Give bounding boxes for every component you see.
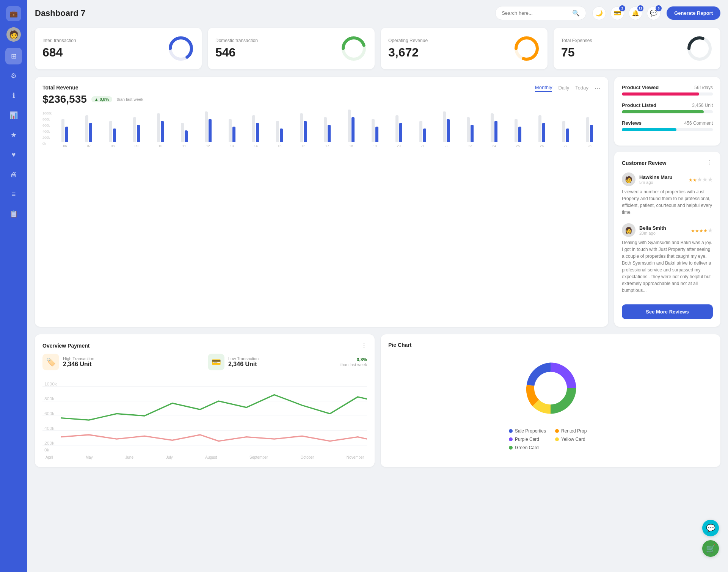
sidebar-item-reports[interactable]: 📋 (5, 205, 22, 222)
notification-badge: 12 (637, 5, 643, 11)
legend-dot-2 (509, 437, 513, 441)
sidebar-item-wishlist[interactable]: ♥ (5, 146, 22, 163)
revenue-header: Total Revenue MonthlyDailyToday⋯ (42, 85, 601, 92)
pie-chart-card: Pie Chart Sale Properties Rented (381, 334, 720, 467)
sidebar-item-dashboard[interactable]: ⊞ (5, 48, 22, 64)
bar-group-17: 23 (459, 108, 482, 148)
x-label-july: July (166, 455, 173, 459)
revenue-more-icon[interactable]: ⋯ (595, 85, 601, 92)
stat-row-0: Product Viewed 561/days (622, 85, 713, 96)
stat-info-0: Inter. transaction 684 (42, 38, 168, 60)
bar-group-9: 15 (268, 108, 291, 148)
x-label-september: September (249, 455, 268, 459)
wallet-btn[interactable]: 💳 2 (610, 6, 624, 20)
svg-text:600k: 600k (44, 411, 55, 415)
legend-item-1: Rented Prop (555, 428, 592, 434)
revenue-tab-monthly[interactable]: Monthly (535, 85, 552, 92)
revenue-tab-daily[interactable]: Daily (558, 85, 569, 91)
payment-stats: 🏷️ High Transaction 2,346 Unit 💳 Low Tra… (42, 354, 367, 370)
reviewer-meta-1: Bella Smith 20m ago (639, 225, 687, 235)
reviewer-avatar-0: 🧑 (622, 172, 635, 186)
reviewer-meta-0: Hawkins Maru 5m ago (639, 174, 685, 185)
right-column: Product Viewed 561/days Product Listed 3… (614, 77, 720, 327)
donut-1 (340, 35, 367, 62)
review-title: Customer Review (622, 160, 666, 166)
content-area: Total Revenue MonthlyDailyToday⋯ $236,53… (35, 77, 720, 327)
legend-label-0: Sale Properties (515, 428, 546, 434)
support-float-btn[interactable]: 💬 (702, 520, 719, 536)
legend-dot-4 (509, 446, 513, 450)
up-arrow-icon: ▲ (94, 97, 99, 102)
see-more-reviews-button[interactable]: See More Reviews (622, 304, 713, 319)
bar-group-14: 20 (388, 108, 410, 148)
legend-label-3: Yellow Card (561, 437, 585, 442)
revenue-amount: $236,535 ▲ 0,8% than last week (42, 93, 601, 105)
bar-group-15: 21 (411, 108, 434, 148)
search-input[interactable] (502, 10, 569, 16)
notification-btn[interactable]: 🔔 12 (629, 6, 642, 20)
bottom-row: Overview Payment ⋮ 🏷️ High Transaction 2… (35, 334, 720, 467)
revenue-badge-text: 0,8% (100, 97, 109, 102)
legend-dot-1 (555, 429, 559, 433)
bar-group-0: 06 (54, 108, 76, 148)
search-icon: 🔍 (572, 9, 580, 17)
payment-badge: 0,8% (340, 357, 367, 362)
low-transaction-value: 2,346 Unit (228, 361, 259, 368)
bar-group-21: 27 (554, 108, 577, 148)
reviewer-name-0: Hawkins Maru (639, 174, 685, 180)
payment-header: Overview Payment ⋮ (42, 342, 367, 349)
progress-bar-2 (622, 128, 713, 131)
stat-card-0: Inter. transaction 684 (35, 28, 202, 69)
review-more-icon[interactable]: ⋮ (707, 159, 713, 166)
stat-row-label-1: Product Listed (622, 102, 656, 108)
reviewer-avatar-1: 👩 (622, 223, 635, 237)
progress-bar-0 (622, 92, 713, 96)
message-btn[interactable]: 💬 5 (647, 6, 661, 20)
low-transaction-label: Low Transaction (228, 356, 259, 361)
main-content: Dashboard 7 🔍 🌙 💳 2 🔔 12 💬 5 Generate Re… (27, 0, 728, 572)
bar-group-12: 18 (340, 108, 362, 148)
sidebar-item-info[interactable]: ℹ (5, 87, 22, 104)
customer-review-panel: Customer Review ⋮ 🧑 Hawkins Maru 5m ago … (614, 152, 720, 327)
svg-point-19 (534, 372, 567, 404)
sidebar-item-analytics[interactable]: 📊 (5, 107, 22, 124)
sidebar-item-favorites[interactable]: ★ (5, 127, 22, 143)
bar-group-22: 28 (578, 108, 601, 148)
user-avatar[interactable]: 🧑 (6, 27, 21, 42)
sidebar-item-menu[interactable]: ≡ (5, 186, 22, 202)
bar-group-10: 16 (292, 108, 315, 148)
bar-group-4: 10 (149, 108, 172, 148)
bar-group-5: 11 (173, 108, 195, 148)
bar-group-6: 12 (197, 108, 219, 148)
cart-float-btn[interactable]: 🛒 (702, 540, 719, 557)
chart-x-labels: AprilMayJuneJulyAugustSeptemberOctoberNo… (42, 455, 367, 459)
stat-card-2: Operating Revenue 3,672 (381, 28, 548, 69)
sidebar-logo[interactable]: 💼 (6, 6, 21, 21)
sidebar-item-print[interactable]: 🖨 (5, 166, 22, 183)
legend-label-4: Green Card (515, 445, 539, 450)
line-chart-svg: 1000k 800k 600k 400k 200k 0k (42, 378, 367, 454)
x-label-august: August (205, 455, 217, 459)
svg-text:800k: 800k (44, 396, 55, 401)
svg-text:400k: 400k (44, 426, 55, 430)
reviewer-header-1: 👩 Bella Smith 20m ago ★★★★★ (622, 223, 713, 237)
sidebar-item-settings[interactable]: ⚙ (5, 67, 22, 84)
revenue-tab-today[interactable]: Today (575, 85, 588, 91)
stat-row-value-0: 561/days (694, 85, 713, 90)
stat-row-header-2: Reviews 456 Comment (622, 120, 713, 126)
review-text-0: I viewed a number of properties with Jus… (622, 188, 713, 216)
pie-legend: Sale Properties Rented Prop Purple Card … (509, 428, 592, 450)
stat-card-3: Total Expenses 75 (554, 28, 720, 69)
dark-mode-btn[interactable]: 🌙 (592, 6, 606, 20)
reviewer-stars-0: ★★★★★ (689, 176, 713, 183)
search-box[interactable]: 🔍 (495, 6, 586, 20)
stat-row-label-0: Product Viewed (622, 85, 659, 90)
payment-more-icon[interactable]: ⋮ (361, 342, 367, 349)
payment-badge-sub: than last week (340, 362, 367, 367)
line-chart: 1000k 800k 600k 400k 200k 0k (42, 378, 367, 454)
stat-label-3: Total Expenses (561, 38, 686, 43)
generate-report-button[interactable]: Generate Report (667, 6, 720, 20)
reviewer-time-1: 20m ago (639, 231, 687, 235)
low-transaction-icon: 💳 (208, 354, 224, 370)
reviewer-time-0: 5m ago (639, 180, 685, 185)
